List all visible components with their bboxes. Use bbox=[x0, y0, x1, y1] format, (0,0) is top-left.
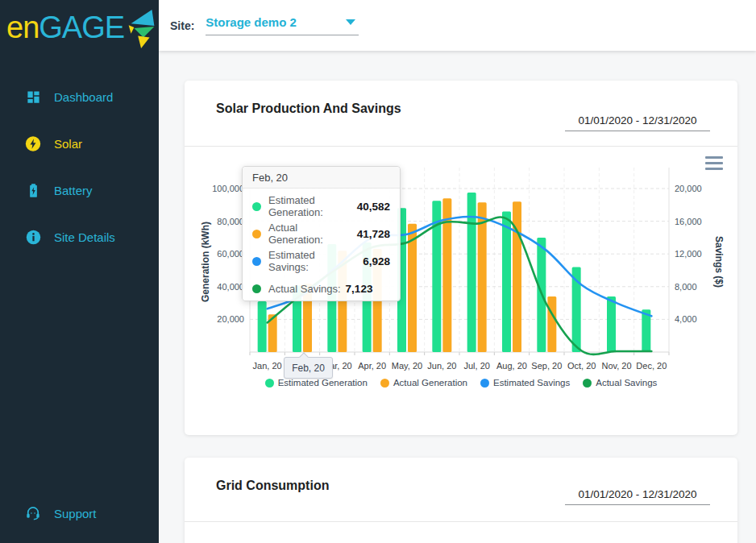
svg-text:Aug, 20: Aug, 20 bbox=[496, 361, 527, 371]
info-icon bbox=[25, 229, 41, 245]
tooltip-value: 41,728 bbox=[357, 228, 390, 240]
svg-text:May, 20: May, 20 bbox=[392, 361, 422, 371]
tooltip-label: Actual Generation: bbox=[268, 222, 352, 246]
tooltip-title: Feb, 20 bbox=[243, 167, 400, 189]
tooltip-value: 7,123 bbox=[346, 283, 373, 295]
legend-item[interactable]: Estimated Generation bbox=[265, 378, 368, 388]
x-axis-pointer-label: Feb, 20 bbox=[284, 357, 333, 379]
grid-consumption-card: Grid Consumption 01/01/2020 - 12/31/2020 bbox=[185, 458, 737, 543]
chevron-down-icon bbox=[346, 19, 355, 25]
headset-support-icon bbox=[25, 505, 41, 521]
tooltip-row: Actual Generation: 41,728 bbox=[252, 226, 390, 242]
card-title: Grid Consumption bbox=[216, 479, 329, 493]
logo-text-gage: GAGE bbox=[39, 10, 124, 44]
svg-text:16,000: 16,000 bbox=[675, 217, 702, 226]
svg-text:Oct, 20: Oct, 20 bbox=[567, 361, 596, 371]
sidebar-item-label: Site Details bbox=[54, 230, 115, 244]
actual-generation-dot bbox=[252, 230, 261, 238]
tooltip-label: Estimated Savings: bbox=[268, 249, 358, 273]
estimated-generation-dot bbox=[252, 202, 261, 211]
sidebar-item-dashboard[interactable]: Dashboard bbox=[0, 73, 159, 120]
site-selector-dropdown[interactable]: Storage demo 2 bbox=[206, 15, 359, 35]
legend-label: Actual Generation bbox=[393, 378, 467, 388]
chart-legend: Estimated GenerationActual GenerationEst… bbox=[185, 378, 737, 388]
estimated-savings-dot bbox=[252, 257, 261, 266]
site-selected-value: Storage demo 2 bbox=[206, 15, 297, 29]
svg-text:Sep, 20: Sep, 20 bbox=[531, 361, 562, 371]
svg-text:60,000: 60,000 bbox=[217, 249, 244, 259]
sidebar-item-site-details[interactable]: Site Details bbox=[0, 213, 159, 260]
legend-label: Estimated Savings bbox=[493, 378, 570, 388]
legend-label: Estimated Generation bbox=[278, 378, 368, 388]
svg-text:Generation (kWh): Generation (kWh) bbox=[200, 222, 211, 302]
divider bbox=[185, 521, 737, 522]
logo-text-en: en bbox=[6, 10, 39, 44]
legend-item[interactable]: Actual Savings bbox=[583, 378, 657, 388]
svg-text:20,000: 20,000 bbox=[217, 314, 244, 324]
sidebar-item-label: Battery bbox=[54, 184, 93, 197]
svg-text:40,000: 40,000 bbox=[217, 282, 244, 292]
sidebar-item-support[interactable]: Support bbox=[0, 490, 159, 537]
tooltip-value: 6,928 bbox=[363, 255, 390, 267]
svg-text:20,000: 20,000 bbox=[675, 184, 702, 193]
sidebar-item-label: Dashboard bbox=[54, 90, 113, 104]
svg-text:Jun, 20: Jun, 20 bbox=[427, 361, 456, 371]
svg-text:12,000: 12,000 bbox=[675, 249, 702, 259]
svg-text:100,000: 100,000 bbox=[212, 184, 244, 193]
svg-text:Jan, 20: Jan, 20 bbox=[253, 361, 282, 371]
logo-bird-icon bbox=[126, 8, 158, 48]
tooltip-label: Estimated Generation: bbox=[268, 194, 352, 218]
tooltip-row: Actual Savings: 7,123 bbox=[252, 280, 390, 296]
tooltip-label: Actual Savings: bbox=[268, 283, 341, 295]
legend-item[interactable]: Actual Generation bbox=[380, 378, 467, 388]
svg-text:4,000: 4,000 bbox=[675, 314, 697, 324]
sidebar-item-label: Solar bbox=[54, 137, 82, 151]
svg-text:Apr, 20: Apr, 20 bbox=[358, 361, 386, 371]
logo-text: enGAGE bbox=[6, 8, 124, 47]
sidebar-item-label: Support bbox=[54, 507, 97, 520]
sidebar-item-battery[interactable]: Battery bbox=[0, 167, 159, 213]
actual-savings-dot bbox=[252, 284, 261, 293]
tooltip-row: Estimated Savings: 6,928 bbox=[252, 253, 390, 269]
tooltip-row: Estimated Generation: 40,582 bbox=[252, 198, 390, 214]
top-bar: Site: Storage demo 2 bbox=[159, 0, 756, 51]
sidebar-item-solar[interactable]: Solar bbox=[0, 120, 159, 167]
legend-item[interactable]: Estimated Savings bbox=[480, 378, 570, 388]
svg-text:Savings ($): Savings ($) bbox=[713, 236, 725, 288]
tooltip-value: 40,582 bbox=[357, 201, 390, 213]
app-window: enGAGE Dashboard Solar bbox=[0, 0, 756, 543]
solar-bolt-icon bbox=[25, 135, 41, 151]
pointer-text: Feb, 20 bbox=[292, 363, 325, 374]
svg-text:80,000: 80,000 bbox=[217, 217, 244, 226]
svg-text:Nov, 20: Nov, 20 bbox=[601, 361, 631, 371]
legend-dot bbox=[583, 379, 592, 388]
sidebar: enGAGE Dashboard Solar bbox=[0, 0, 159, 543]
legend-dot bbox=[265, 379, 274, 388]
svg-text:8,000: 8,000 bbox=[675, 282, 697, 292]
legend-dot bbox=[380, 379, 389, 388]
chart-tooltip: Feb, 20 Estimated Generation: 40,582 Act… bbox=[242, 166, 401, 301]
svg-text:Jul, 20: Jul, 20 bbox=[463, 361, 489, 371]
site-label: Site: bbox=[170, 19, 194, 32]
app-logo: enGAGE bbox=[6, 8, 158, 48]
dashboard-icon bbox=[25, 89, 41, 105]
svg-text:Dec, 20: Dec, 20 bbox=[636, 361, 667, 371]
battery-charging-icon bbox=[25, 182, 41, 198]
date-range-input[interactable]: 01/01/2020 - 12/31/2020 bbox=[565, 488, 710, 505]
sidebar-nav: Dashboard Solar Battery Site Details bbox=[0, 73, 159, 260]
legend-dot bbox=[480, 379, 489, 388]
legend-label: Actual Savings bbox=[596, 378, 657, 388]
solar-production-card: Solar Production And Savings 01/01/2020 … bbox=[185, 81, 737, 435]
